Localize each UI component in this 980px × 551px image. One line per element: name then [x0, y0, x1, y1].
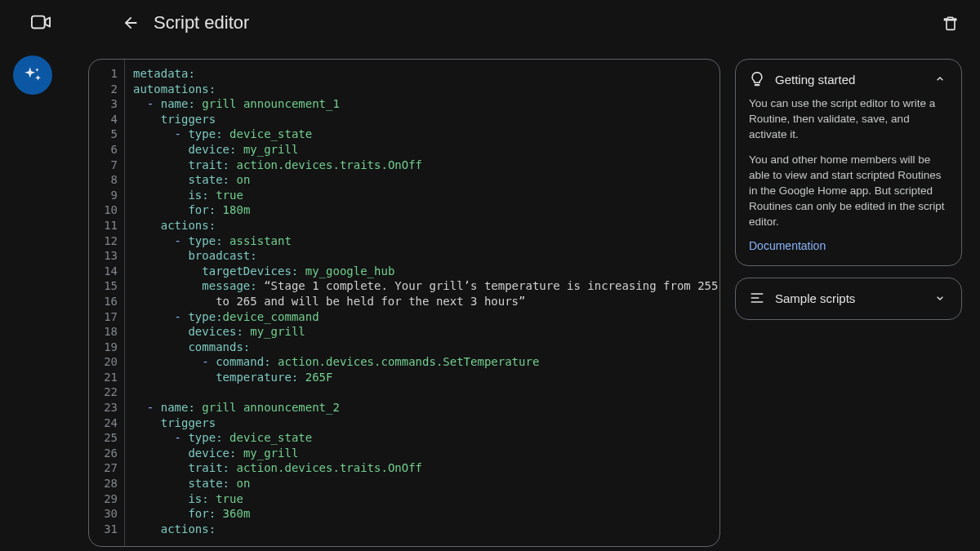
side-panel: Getting started You can use the script e…: [735, 59, 962, 547]
list-icon: [749, 290, 765, 306]
sample-scripts-card: Sample scripts: [735, 278, 962, 320]
code-editor[interactable]: 1234567891011121314151617181920212223242…: [88, 59, 720, 547]
delete-button[interactable]: [941, 13, 960, 33]
getting-started-card: Getting started You can use the script e…: [735, 59, 962, 266]
sample-scripts-header[interactable]: Sample scripts: [749, 290, 948, 306]
getting-started-title: Getting started: [775, 73, 922, 87]
svg-rect-0: [32, 16, 45, 29]
chevron-up-icon: [932, 71, 948, 87]
getting-started-p1: You can use the script editor to write a…: [749, 96, 948, 142]
camera-icon: [31, 16, 51, 30]
sample-scripts-title: Sample scripts: [775, 291, 922, 305]
documentation-link[interactable]: Documentation: [749, 239, 948, 252]
app-header: Script editor: [0, 0, 980, 46]
lightbulb-icon: [749, 71, 765, 87]
back-button[interactable]: [121, 13, 140, 33]
getting-started-header[interactable]: Getting started: [749, 71, 948, 87]
chevron-down-icon: [932, 290, 948, 306]
getting-started-p2: You and other home members will be able …: [749, 152, 948, 229]
code-content[interactable]: metadata: automations: - name: grill ann…: [125, 60, 719, 546]
line-number-gutter: 1234567891011121314151617181920212223242…: [89, 60, 125, 546]
page-title: Script editor: [154, 12, 249, 33]
ai-assist-button[interactable]: [13, 56, 52, 95]
